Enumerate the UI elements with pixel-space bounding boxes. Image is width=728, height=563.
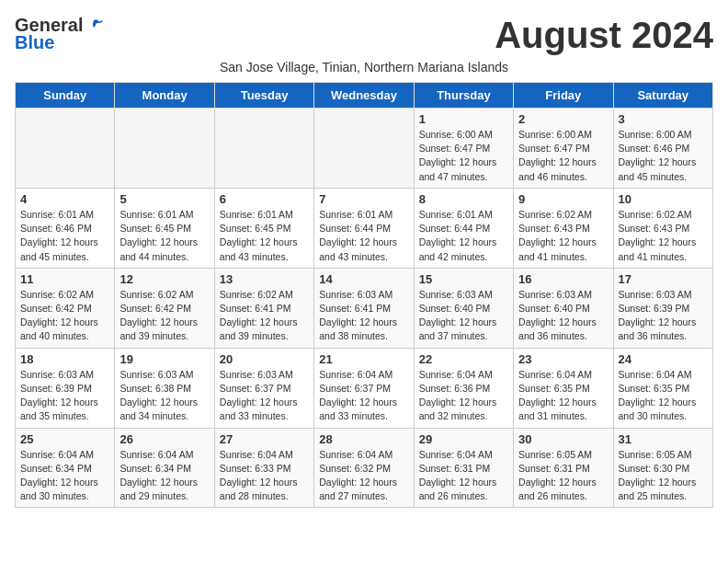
month-title: August 2024 [495,15,713,56]
day-number: 12 [119,272,209,286]
calendar-day-cell: 20Sunrise: 6:03 AM Sunset: 6:37 PM Dayli… [214,348,313,428]
day-number: 30 [518,432,608,446]
day-info: Sunrise: 6:04 AM Sunset: 6:35 PM Dayligh… [619,368,708,424]
calendar-week-row: 25Sunrise: 6:04 AM Sunset: 6:34 PM Dayli… [16,428,713,508]
day-number: 1 [419,112,508,126]
day-number: 6 [220,192,309,206]
day-info: Sunrise: 6:03 AM Sunset: 6:37 PM Dayligh… [220,368,309,424]
day-info: Sunrise: 6:02 AM Sunset: 6:42 PM Dayligh… [119,288,209,344]
day-number: 21 [319,352,408,366]
calendar-week-row: 1Sunrise: 6:00 AM Sunset: 6:47 PM Daylig… [16,109,713,189]
day-number: 9 [518,192,608,206]
day-info: Sunrise: 6:00 AM Sunset: 6:47 PM Dayligh… [518,128,608,184]
calendar-day-cell: 27Sunrise: 6:04 AM Sunset: 6:33 PM Dayli… [214,428,313,508]
calendar-day-cell: 23Sunrise: 6:04 AM Sunset: 6:35 PM Dayli… [514,348,613,428]
calendar-day-cell: 26Sunrise: 6:04 AM Sunset: 6:34 PM Dayli… [115,428,214,508]
calendar-day-cell [214,109,313,189]
day-number: 7 [319,192,408,206]
day-info: Sunrise: 6:03 AM Sunset: 6:40 PM Dayligh… [518,288,608,344]
day-number: 17 [619,272,708,286]
day-info: Sunrise: 6:00 AM Sunset: 6:46 PM Dayligh… [619,128,708,184]
calendar-day-header: Sunday [16,83,115,109]
day-number: 19 [119,352,209,366]
day-number: 14 [319,272,408,286]
day-number: 31 [619,432,708,446]
calendar-day-header: Friday [514,83,613,109]
day-number: 24 [619,352,708,366]
calendar-day-cell: 4Sunrise: 6:01 AM Sunset: 6:46 PM Daylig… [16,188,115,268]
calendar-day-cell: 18Sunrise: 6:03 AM Sunset: 6:39 PM Dayli… [16,348,115,428]
day-info: Sunrise: 6:04 AM Sunset: 6:33 PM Dayligh… [220,448,309,504]
day-info: Sunrise: 6:04 AM Sunset: 6:32 PM Dayligh… [319,448,408,504]
day-number: 27 [220,432,309,446]
day-number: 11 [20,272,109,286]
calendar-day-header: Saturday [613,83,712,109]
day-info: Sunrise: 6:01 AM Sunset: 6:44 PM Dayligh… [319,208,408,264]
calendar-day-cell: 16Sunrise: 6:03 AM Sunset: 6:40 PM Dayli… [514,268,613,348]
day-number: 25 [20,432,109,446]
calendar-day-cell: 1Sunrise: 6:00 AM Sunset: 6:47 PM Daylig… [414,109,513,189]
day-info: Sunrise: 6:03 AM Sunset: 6:41 PM Dayligh… [319,288,408,344]
day-info: Sunrise: 6:01 AM Sunset: 6:45 PM Dayligh… [220,208,309,264]
day-info: Sunrise: 6:03 AM Sunset: 6:39 PM Dayligh… [20,368,109,424]
page-header: General Blue August 2024 [15,15,713,56]
day-number: 4 [20,192,109,206]
day-number: 20 [220,352,309,366]
day-number: 13 [220,272,309,286]
logo-bird-icon [85,17,103,35]
day-info: Sunrise: 6:02 AM Sunset: 6:42 PM Dayligh… [20,288,109,344]
day-info: Sunrise: 6:01 AM Sunset: 6:44 PM Dayligh… [419,208,508,264]
calendar-day-cell: 10Sunrise: 6:02 AM Sunset: 6:43 PM Dayli… [613,188,712,268]
calendar-body: 1Sunrise: 6:00 AM Sunset: 6:47 PM Daylig… [16,109,713,508]
day-number: 10 [619,192,708,206]
day-info: Sunrise: 6:04 AM Sunset: 6:37 PM Dayligh… [319,368,408,424]
calendar-day-cell: 12Sunrise: 6:02 AM Sunset: 6:42 PM Dayli… [115,268,214,348]
logo-blue-text: Blue [15,32,54,53]
calendar-day-cell [16,109,115,189]
calendar-day-cell: 30Sunrise: 6:05 AM Sunset: 6:31 PM Dayli… [514,428,613,508]
calendar-day-cell: 6Sunrise: 6:01 AM Sunset: 6:45 PM Daylig… [214,188,313,268]
day-number: 28 [319,432,408,446]
calendar-week-row: 18Sunrise: 6:03 AM Sunset: 6:39 PM Dayli… [16,348,713,428]
calendar-day-header: Wednesday [314,83,414,109]
calendar-week-row: 11Sunrise: 6:02 AM Sunset: 6:42 PM Dayli… [16,268,713,348]
day-info: Sunrise: 6:01 AM Sunset: 6:45 PM Dayligh… [119,208,209,264]
day-number: 2 [518,112,608,126]
calendar-header-row: SundayMondayTuesdayWednesdayThursdayFrid… [16,83,713,109]
calendar-day-cell: 31Sunrise: 6:05 AM Sunset: 6:30 PM Dayli… [613,428,712,508]
day-info: Sunrise: 6:00 AM Sunset: 6:47 PM Dayligh… [419,128,508,184]
calendar-day-header: Tuesday [214,83,313,109]
day-number: 18 [20,352,109,366]
calendar-day-cell: 15Sunrise: 6:03 AM Sunset: 6:40 PM Dayli… [414,268,513,348]
day-info: Sunrise: 6:04 AM Sunset: 6:35 PM Dayligh… [518,368,608,424]
day-number: 29 [419,432,508,446]
calendar-day-cell: 8Sunrise: 6:01 AM Sunset: 6:44 PM Daylig… [414,188,513,268]
calendar-day-cell [314,109,414,189]
calendar-day-cell: 9Sunrise: 6:02 AM Sunset: 6:43 PM Daylig… [514,188,613,268]
day-number: 5 [119,192,209,206]
logo: General Blue [15,15,103,53]
day-number: 8 [419,192,508,206]
day-info: Sunrise: 6:02 AM Sunset: 6:43 PM Dayligh… [619,208,708,264]
calendar-day-header: Monday [115,83,214,109]
calendar-day-cell: 21Sunrise: 6:04 AM Sunset: 6:37 PM Dayli… [314,348,414,428]
calendar-day-cell: 5Sunrise: 6:01 AM Sunset: 6:45 PM Daylig… [115,188,214,268]
calendar-day-cell: 14Sunrise: 6:03 AM Sunset: 6:41 PM Dayli… [314,268,414,348]
day-number: 15 [419,272,508,286]
calendar-day-cell [115,109,214,189]
calendar-day-cell: 19Sunrise: 6:03 AM Sunset: 6:38 PM Dayli… [115,348,214,428]
day-info: Sunrise: 6:05 AM Sunset: 6:31 PM Dayligh… [518,448,608,504]
calendar-day-cell: 28Sunrise: 6:04 AM Sunset: 6:32 PM Dayli… [314,428,414,508]
calendar-day-cell: 29Sunrise: 6:04 AM Sunset: 6:31 PM Dayli… [414,428,513,508]
day-info: Sunrise: 6:02 AM Sunset: 6:41 PM Dayligh… [220,288,309,344]
day-info: Sunrise: 6:03 AM Sunset: 6:39 PM Dayligh… [619,288,708,344]
day-info: Sunrise: 6:04 AM Sunset: 6:34 PM Dayligh… [20,448,109,504]
day-info: Sunrise: 6:03 AM Sunset: 6:38 PM Dayligh… [119,368,209,424]
calendar-day-cell: 2Sunrise: 6:00 AM Sunset: 6:47 PM Daylig… [514,109,613,189]
day-number: 26 [119,432,209,446]
day-number: 22 [419,352,508,366]
calendar-week-row: 4Sunrise: 6:01 AM Sunset: 6:46 PM Daylig… [16,188,713,268]
day-info: Sunrise: 6:02 AM Sunset: 6:43 PM Dayligh… [518,208,608,264]
day-info: Sunrise: 6:03 AM Sunset: 6:40 PM Dayligh… [419,288,508,344]
calendar-day-cell: 3Sunrise: 6:00 AM Sunset: 6:46 PM Daylig… [613,109,712,189]
